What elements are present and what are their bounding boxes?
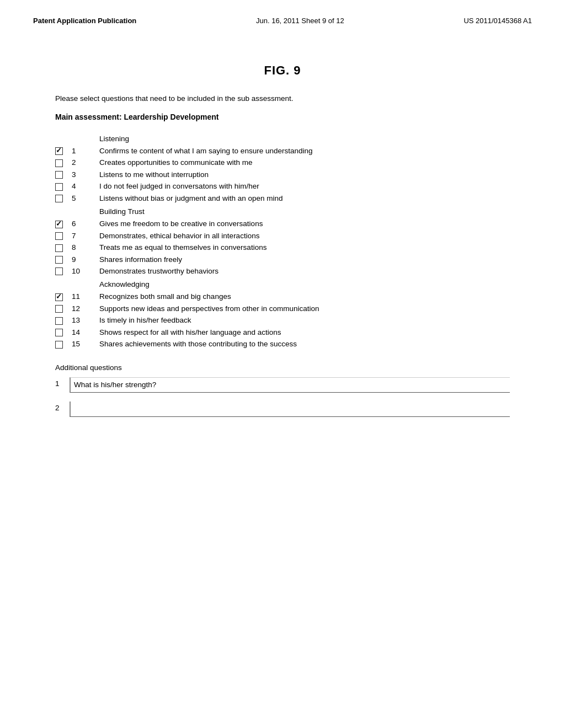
section-header-number-col	[72, 204, 99, 218]
checkbox-icon[interactable]	[55, 267, 63, 275]
checkbox-icon[interactable]	[55, 329, 63, 336]
question-row: 15 Shares achievements with those contri…	[55, 338, 510, 350]
section-header-number-col	[72, 131, 99, 145]
question-number: 3	[72, 169, 99, 180]
page-header: Patent Application Publication Jun. 16, …	[0, 0, 565, 30]
question-text: Shares information freely	[99, 254, 510, 265]
additional-input-field-2[interactable]	[70, 402, 510, 417]
question-checkbox-cell[interactable]	[55, 314, 72, 326]
checkbox-icon[interactable]	[55, 171, 63, 179]
checkbox-icon[interactable]	[55, 317, 63, 325]
question-text: Confirms te content of what I am saying …	[99, 145, 510, 157]
question-checkbox-cell[interactable]	[55, 230, 72, 242]
question-text: Listens without bias or judgment and wit…	[99, 192, 510, 204]
question-checkbox-cell[interactable]	[55, 338, 72, 350]
question-number: 12	[72, 303, 99, 314]
publication-label: Patent Application Publication	[33, 17, 136, 25]
additional-questions-section: Additional questions 1 2	[55, 363, 510, 417]
additional-input-field-1[interactable]	[70, 377, 510, 393]
checkbox-icon[interactable]	[55, 341, 63, 349]
question-row: 14 Shows respect for all with his/her la…	[55, 326, 510, 338]
question-number: 7	[72, 230, 99, 242]
question-checkbox-cell[interactable]	[55, 303, 72, 314]
checkbox-icon[interactable]	[55, 195, 63, 202]
question-number: 1	[72, 145, 99, 157]
section-header-row: Listening	[55, 131, 510, 145]
question-checkbox-cell[interactable]	[55, 192, 72, 204]
section-header-checkbox-col	[55, 277, 72, 291]
additional-input-row-1: 1	[55, 377, 510, 393]
question-checkbox-cell[interactable]	[55, 242, 72, 253]
checkbox-icon[interactable]	[55, 305, 63, 313]
question-row: 13 Is timely in his/her feedback	[55, 314, 510, 326]
main-assessment-title: Main assessment: Leardership Development	[55, 113, 510, 121]
question-text: Demonstrates trustworthy behaviors	[99, 265, 510, 277]
section-header-label: Acknowledging	[99, 277, 510, 291]
question-text: Demonstrates, ethical behavior in all in…	[99, 230, 510, 242]
question-row: 6 Gives me freedom to be creative in con…	[55, 218, 510, 229]
question-checkbox-cell[interactable]	[55, 145, 72, 157]
questions-table: Listening 1 Confirms te content of what …	[55, 131, 510, 350]
question-number: 5	[72, 192, 99, 204]
question-number: 9	[72, 254, 99, 265]
checkbox-icon[interactable]	[55, 244, 63, 252]
question-number: 10	[72, 265, 99, 277]
additional-input-row-2: 2	[55, 402, 510, 417]
instruction-text: Please select questions that need to be …	[55, 94, 510, 103]
question-number: 2	[72, 157, 99, 168]
question-checkbox-cell[interactable]	[55, 326, 72, 338]
question-text: Shares achievements with those contribut…	[99, 338, 510, 350]
question-text: Treats me as equal to themselves in conv…	[99, 242, 510, 253]
figure-title: FIG. 9	[55, 63, 510, 78]
section-header-number-col	[72, 277, 99, 291]
additional-questions-title: Additional questions	[55, 363, 510, 372]
question-row: 9 Shares information freely	[55, 254, 510, 265]
question-checkbox-cell[interactable]	[55, 291, 72, 302]
question-text: Recognizes both small and big changes	[99, 291, 510, 302]
question-row: 12 Supports new ideas and perspectives f…	[55, 303, 510, 314]
checkbox-icon[interactable]	[55, 293, 63, 301]
question-text: Gives me freedom to be creative in conve…	[99, 218, 510, 229]
question-number: 15	[72, 338, 99, 350]
section-header-row: Building Trust	[55, 204, 510, 218]
checkbox-icon[interactable]	[55, 221, 63, 228]
question-row: 3 Listens to me without interruption	[55, 169, 510, 180]
question-checkbox-cell[interactable]	[55, 254, 72, 265]
checkbox-icon[interactable]	[55, 232, 63, 240]
question-text: Shows respect for all with his/her langu…	[99, 326, 510, 338]
question-checkbox-cell[interactable]	[55, 180, 72, 192]
question-number: 8	[72, 242, 99, 253]
question-checkbox-cell[interactable]	[55, 265, 72, 277]
question-checkbox-cell[interactable]	[55, 157, 72, 168]
question-text: Is timely in his/her feedback	[99, 314, 510, 326]
question-row: 11 Recognizes both small and big changes	[55, 291, 510, 302]
question-row: 7 Demonstrates, ethical behavior in all …	[55, 230, 510, 242]
question-checkbox-cell[interactable]	[55, 218, 72, 229]
question-row: 2 Creates opportunities to communicate w…	[55, 157, 510, 168]
question-row: 4 I do not feel judged in conversatons w…	[55, 180, 510, 192]
additional-input-number-1: 1	[55, 377, 65, 388]
checkbox-icon[interactable]	[55, 183, 63, 191]
question-number: 13	[72, 314, 99, 326]
question-text: Supports new ideas and perspectives from…	[99, 303, 510, 314]
question-row: 10 Demonstrates trustworthy behaviors	[55, 265, 510, 277]
question-number: 11	[72, 291, 99, 302]
question-number: 14	[72, 326, 99, 338]
question-checkbox-cell[interactable]	[55, 169, 72, 180]
additional-input-number-2: 2	[55, 402, 65, 412]
checkbox-icon[interactable]	[55, 159, 63, 167]
question-row: 5 Listens without bias or judgment and w…	[55, 192, 510, 204]
checkbox-icon[interactable]	[55, 147, 63, 155]
checkbox-icon[interactable]	[55, 256, 63, 264]
section-header-label: Listening	[99, 131, 510, 145]
patent-number-label: US 2011/0145368 A1	[463, 17, 532, 25]
main-content: FIG. 9 Please select questions that need…	[0, 30, 565, 448]
section-header-row: Acknowledging	[55, 277, 510, 291]
question-number: 4	[72, 180, 99, 192]
question-row: 8 Treats me as equal to themselves in co…	[55, 242, 510, 253]
question-text: Creates opportunities to communicate wit…	[99, 157, 510, 168]
question-row: 1 Confirms te content of what I am sayin…	[55, 145, 510, 157]
date-sheet-label: Jun. 16, 2011 Sheet 9 of 12	[256, 17, 344, 25]
section-header-checkbox-col	[55, 204, 72, 218]
section-header-checkbox-col	[55, 131, 72, 145]
